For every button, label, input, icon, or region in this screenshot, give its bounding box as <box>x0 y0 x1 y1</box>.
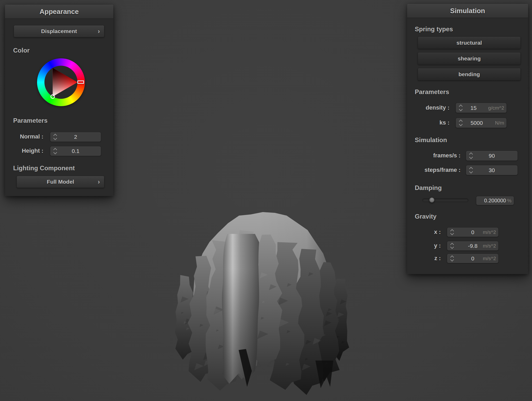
spinner-down-icon[interactable] <box>450 245 454 249</box>
steps-label: steps/frame : <box>407 165 461 175</box>
steps-value: 30 <box>489 167 495 173</box>
density-label: density : <box>407 103 449 112</box>
gravity-z-input[interactable]: 0 m/s^2 <box>447 254 499 263</box>
spinner-down-icon[interactable] <box>459 122 463 126</box>
frames-label: frames/s : <box>407 151 461 160</box>
app-background: { "icons": { "chevron_right": "›" }, "co… <box>0 0 532 401</box>
gravity-x-value: 0 <box>471 229 474 235</box>
damping-value: 0.200000 <box>484 198 506 204</box>
height-label: Height : <box>5 146 43 156</box>
appearance-parameters-heading: Parameters <box>13 116 48 125</box>
chevron-right-icon: › <box>98 28 100 34</box>
normal-value: 2 <box>74 134 77 140</box>
density-value: 15 <box>470 105 477 111</box>
height-value: 0.1 <box>72 148 79 154</box>
spinner-down-icon[interactable] <box>53 136 57 140</box>
normal-input[interactable]: 2 <box>50 132 101 142</box>
frames-value: 90 <box>489 153 495 159</box>
structural-button-label: structural <box>457 40 482 46</box>
height-input[interactable]: 0.1 <box>50 146 101 156</box>
appearance-panel-header[interactable]: Appearance <box>5 5 113 19</box>
simulation-panel-header[interactable]: Simulation <box>407 4 528 18</box>
color-heading: Color <box>13 46 30 55</box>
shearing-button-label: shearing <box>458 55 481 62</box>
gravity-heading: Gravity <box>415 212 437 221</box>
gravity-y-spinner[interactable] <box>450 241 454 250</box>
color-wheel[interactable] <box>37 58 85 106</box>
ks-unit: N/m <box>495 120 504 126</box>
ks-input[interactable]: 5000 N/m <box>456 118 507 128</box>
full-model-button[interactable]: Full Model › <box>17 176 104 188</box>
spinner-down-icon[interactable] <box>469 170 473 173</box>
spinner-down-icon[interactable] <box>53 151 57 154</box>
frames-input[interactable]: 90 <box>466 151 518 161</box>
steps-input[interactable]: 30 <box>466 165 518 175</box>
frames-spinner[interactable] <box>469 151 473 161</box>
displacement-button-label: Displacement <box>41 28 77 34</box>
spring-type-structural-button[interactable]: structural <box>418 37 521 49</box>
hue-selector[interactable] <box>77 80 84 84</box>
ks-spinner[interactable] <box>459 118 463 128</box>
spring-type-shearing-button[interactable]: shearing <box>418 52 521 65</box>
spinner-down-icon[interactable] <box>450 258 454 261</box>
gravity-z-value: 0 <box>471 255 474 262</box>
damping-unit: % <box>507 198 511 204</box>
gravity-x-label: x : <box>407 227 441 237</box>
damping-value-box: 0.200000 % <box>476 196 514 205</box>
damping-slider-knob[interactable] <box>429 197 435 203</box>
gravity-x-spinner[interactable] <box>450 228 454 237</box>
cloth-mesh <box>168 203 363 397</box>
lighting-heading: Lighting Component <box>13 164 75 173</box>
normal-spinner[interactable] <box>53 132 57 142</box>
gravity-z-spinner[interactable] <box>450 254 454 263</box>
viewport-3d[interactable] <box>168 203 363 397</box>
ks-value: 5000 <box>470 120 483 126</box>
density-spinner[interactable] <box>459 103 463 113</box>
spinner-down-icon[interactable] <box>469 155 473 159</box>
gravity-x-input[interactable]: 0 m/s^2 <box>447 227 499 237</box>
gravity-y-value: -9.8 <box>468 243 477 249</box>
density-unit: g/cm^2 <box>488 105 504 111</box>
simulation-section-heading: Simulation <box>415 136 447 145</box>
gravity-y-input[interactable]: -9.8 m/s^2 <box>447 241 499 251</box>
normal-label: Normal : <box>5 132 43 141</box>
gravity-y-label: y : <box>407 241 441 250</box>
simulation-panel: Simulation Spring types structural shear… <box>407 4 528 274</box>
steps-spinner[interactable] <box>469 165 473 175</box>
damping-slider-track[interactable] <box>422 198 468 202</box>
spring-types-heading: Spring types <box>415 25 453 34</box>
chevron-right-icon: › <box>98 179 100 185</box>
simulation-parameters-heading: Parameters <box>415 88 449 96</box>
ks-label: ks : <box>407 118 449 127</box>
density-input[interactable]: 15 g/cm^2 <box>456 103 507 113</box>
bending-button-label: bending <box>458 71 480 78</box>
height-spinner[interactable] <box>53 146 57 156</box>
damping-heading: Damping <box>415 183 442 192</box>
spinner-down-icon[interactable] <box>459 107 463 111</box>
spinner-down-icon[interactable] <box>450 232 454 235</box>
gravity-z-unit: m/s^2 <box>483 256 496 261</box>
gravity-y-unit: m/s^2 <box>483 243 496 249</box>
gravity-x-unit: m/s^2 <box>483 229 496 235</box>
full-model-button-label: Full Model <box>47 179 74 185</box>
displacement-button[interactable]: Displacement › <box>14 25 104 37</box>
appearance-panel: Appearance Displacement › Color <box>5 5 113 196</box>
spring-type-bending-button[interactable]: bending <box>418 68 521 80</box>
gravity-z-label: z : <box>407 254 441 263</box>
